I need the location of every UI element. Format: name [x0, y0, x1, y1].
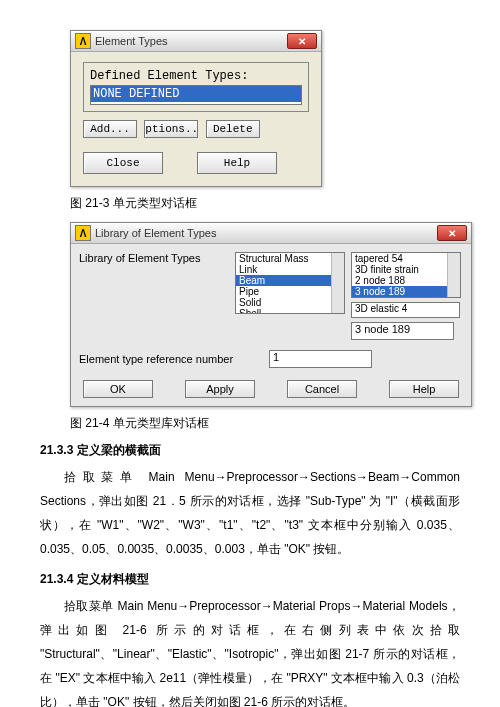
paragraph: 拾取菜单 Main Menu→Preprocessor→Material Pro…: [40, 594, 460, 707]
figure-caption-21-3: 图 21-3 单元类型对话框: [70, 195, 460, 212]
type-list[interactable]: tapered 543D finite strain2 node 1883 no…: [352, 253, 447, 297]
titlebar[interactable]: Λ Element Types ✕: [71, 31, 321, 52]
dialog-buttons: OK Apply Cancel Help: [79, 380, 463, 398]
ref-number-input[interactable]: 1: [269, 350, 372, 368]
list-item[interactable]: Pipe: [236, 286, 331, 297]
list-item[interactable]: Shell: [236, 308, 331, 313]
list-item[interactable]: NONE DEFINED: [91, 86, 301, 102]
list-item[interactable]: Solid: [236, 297, 331, 308]
list-item[interactable]: 3D elastic 4: [352, 303, 459, 314]
list-item[interactable]: Beam: [236, 275, 331, 286]
ok-button[interactable]: OK: [83, 380, 153, 398]
defined-types-list[interactable]: NONE DEFINED: [90, 85, 302, 105]
type-list-extra[interactable]: 3D elastic 4: [351, 302, 460, 318]
action-buttons: Add... ptions.. Delete: [83, 120, 309, 138]
paragraph: 拾取菜单 Main Menu→Preprocessor→Sections→Bea…: [40, 465, 460, 561]
figure-caption-21-4: 图 21-4 单元类型库对话框: [70, 415, 460, 432]
dialog-title: Element Types: [95, 35, 287, 47]
library-label: Library of Element Types: [79, 252, 229, 264]
category-list[interactable]: Structural MassLinkBeamPipeSolidShell: [236, 253, 331, 313]
section-heading-21-3-3: 21.3.3 定义梁的横截面: [40, 442, 460, 459]
titlebar[interactable]: Λ Library of Element Types ✕: [71, 223, 471, 244]
ref-number-label: Element type reference number: [79, 353, 249, 365]
category-list-wrap: Structural MassLinkBeamPipeSolidShell: [235, 252, 345, 314]
bottom-buttons: Close Help: [83, 152, 309, 174]
type-list-wrap: tapered 543D finite strain2 node 1883 no…: [351, 252, 461, 298]
cancel-button[interactable]: Cancel: [287, 380, 357, 398]
list-item[interactable]: 3 node 189: [352, 286, 447, 297]
list-item[interactable]: 2 node 188: [352, 275, 447, 286]
dialog-title: Library of Element Types: [95, 227, 437, 239]
close-icon[interactable]: ✕: [437, 225, 467, 241]
apply-button[interactable]: Apply: [185, 380, 255, 398]
library-element-types-dialog: Λ Library of Element Types ✕ Library of …: [70, 222, 472, 407]
defined-types-label: Defined Element Types:: [90, 69, 302, 83]
scrollbar[interactable]: [447, 253, 460, 297]
app-icon: Λ: [75, 225, 91, 241]
delete-button[interactable]: Delete: [206, 120, 260, 138]
options-button[interactable]: ptions..: [144, 120, 198, 138]
list-item[interactable]: 3D finite strain: [352, 264, 447, 275]
app-icon: Λ: [75, 33, 91, 49]
close-icon[interactable]: ✕: [287, 33, 317, 49]
list-item[interactable]: tapered 54: [352, 253, 447, 264]
element-types-dialog: Λ Element Types ✕ Defined Element Types:…: [70, 30, 322, 187]
help-button[interactable]: Help: [389, 380, 459, 398]
help-button[interactable]: Help: [197, 152, 277, 174]
list-item[interactable]: Link: [236, 264, 331, 275]
section-heading-21-3-4: 21.3.4 定义材料模型: [40, 571, 460, 588]
add-button[interactable]: Add...: [83, 120, 137, 138]
scrollbar[interactable]: [331, 253, 344, 313]
defined-types-group: Defined Element Types: NONE DEFINED: [83, 62, 309, 112]
selected-type-field[interactable]: 3 node 189: [351, 322, 454, 340]
list-item[interactable]: Structural Mass: [236, 253, 331, 264]
close-button[interactable]: Close: [83, 152, 163, 174]
